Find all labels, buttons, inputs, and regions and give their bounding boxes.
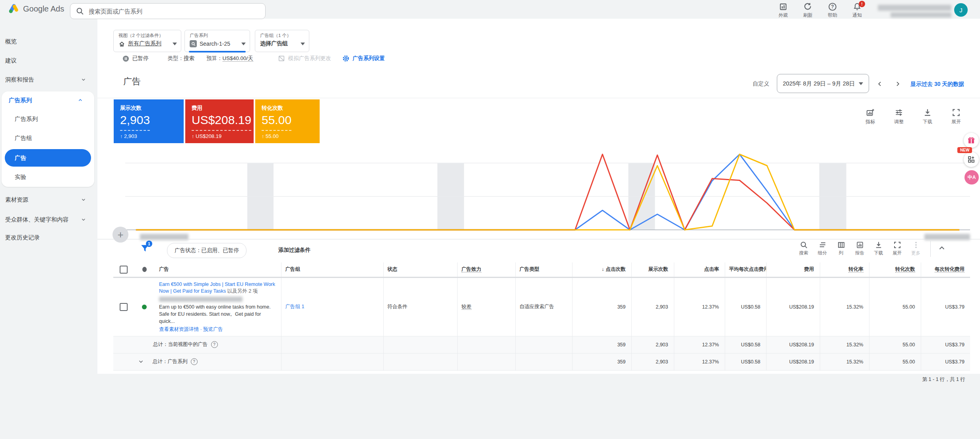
select-all-checkbox[interactable]: [120, 266, 128, 274]
campaign-filter-dropdown[interactable]: 广告系列 Search-1-25: [184, 30, 250, 52]
google-ads-logo[interactable]: Google Ads: [9, 4, 64, 14]
col-status[interactable]: 状态: [383, 262, 457, 277]
performance-chart[interactable]: [125, 146, 970, 233]
ad-status-filter-chip[interactable]: 广告状态：已启用、已暂停: [167, 243, 246, 258]
table-search-button[interactable]: 搜索: [794, 241, 813, 256]
notifications-button[interactable]: 通知 !: [848, 2, 867, 19]
col-avg-cpc[interactable]: 平均每次点击费用: [725, 262, 766, 277]
campaign-budget[interactable]: 预算：US$40.00/天: [206, 55, 253, 62]
col-ad-group[interactable]: 广告组: [281, 262, 383, 277]
scorecard-impressions[interactable]: 展示次数 2,903 ↑ 2,903: [114, 99, 184, 143]
table-expand-button[interactable]: 展开: [888, 241, 906, 256]
row-checkbox-cell[interactable]: [113, 277, 135, 336]
row-status-dot-cell: [135, 277, 155, 336]
chevron-down-icon: [81, 77, 86, 82]
col-ctr[interactable]: 点击率: [674, 262, 725, 277]
search-campaign-icon: [190, 40, 197, 47]
enabled-status-icon: [142, 305, 147, 309]
sidebar-item-insights-reports[interactable]: 洞察和报告: [0, 74, 97, 85]
gift-icon: [967, 136, 975, 144]
more-vertical-icon: [912, 241, 920, 249]
refresh-button[interactable]: 刷新: [798, 2, 817, 19]
ad-detail-links[interactable]: 查看素材资源详情 · 预览广告: [159, 326, 276, 333]
segment-button[interactable]: 细分: [813, 241, 832, 256]
ad-group-cell[interactable]: 广告组 1: [281, 277, 383, 336]
campaign-status[interactable]: 已暂停: [122, 55, 149, 62]
view-filter-dropdown[interactable]: 视图（2 个过滤条件） 所有广告系列: [113, 30, 181, 52]
download-button[interactable]: 下载: [916, 108, 939, 125]
reports-button[interactable]: 报告: [850, 241, 869, 256]
help-button[interactable]: ? 帮助: [823, 2, 842, 19]
ad-description: Earn up to €500 with easy online tasks f…: [159, 303, 276, 325]
user-avatar[interactable]: J: [954, 3, 968, 17]
search-input[interactable]: [88, 8, 260, 15]
sidebar-item-recommendations[interactable]: 建议: [0, 55, 97, 66]
appearance-button[interactable]: 外观: [774, 2, 793, 19]
table-download-button[interactable]: 下载: [869, 241, 888, 256]
totals-cost-per-conv: US$3.79: [921, 353, 970, 370]
filter-funnel-button[interactable]: 1: [140, 243, 150, 255]
totals-conversions: 55.00: [869, 353, 921, 370]
sidebar-item-overview[interactable]: 概览: [0, 36, 97, 47]
row-checkbox[interactable]: [120, 303, 128, 311]
scorecard-conversions[interactable]: 转化次数 55.00 ↑ 55.00: [255, 99, 320, 143]
date-range-picker[interactable]: 2025年 8月 29日 – 9月 28日: [777, 74, 869, 93]
col-impressions[interactable]: 展示次数: [631, 262, 674, 277]
col-ad[interactable]: 广告: [155, 262, 281, 277]
chevron-down-icon[interactable]: [138, 359, 144, 365]
collapse-table-button[interactable]: [936, 241, 948, 252]
show-last-30-days-link[interactable]: 显示过去 30 天的数据: [910, 81, 964, 88]
expand-button[interactable]: 展开: [945, 108, 968, 125]
columns-button[interactable]: 列: [832, 241, 850, 256]
campaign-settings-button[interactable]: 广告系列设置: [342, 55, 385, 62]
extension-widget-button[interactable]: [964, 152, 979, 167]
sidebar-item-ad-groups[interactable]: 广告组: [2, 132, 94, 144]
adgroup-filter-dropdown[interactable]: 广告组（1 个） 选择广告组: [255, 30, 309, 52]
gift-widget-button[interactable]: [964, 133, 979, 148]
campaigns-nav-card: 广告系列 广告系列 广告组 广告 实验: [2, 91, 94, 187]
sidebar-item-experiments[interactable]: 实验: [2, 171, 94, 183]
sidebar-item-audiences-keywords-content[interactable]: 受众群体、关键字和内容: [0, 214, 97, 225]
adjust-button[interactable]: 调整: [887, 108, 910, 125]
notifications-label: 通知: [852, 12, 862, 19]
account-name-redacted: [878, 5, 951, 11]
date-prev-button[interactable]: [874, 78, 886, 90]
ad-more-count: 以及另外 2 项: [227, 288, 258, 294]
segment-icon: [819, 241, 827, 249]
help-circle-icon[interactable]: ?: [191, 358, 198, 365]
sidebar-item-ads-selected[interactable]: 广告: [5, 149, 91, 167]
paused-icon: [122, 55, 129, 62]
col-conv-rate[interactable]: 转化率: [820, 262, 869, 277]
plus-button[interactable]: +: [113, 227, 128, 243]
sidebar-item-campaigns-group[interactable]: 广告系列: [2, 95, 94, 106]
metrics-button[interactable]: 指标: [859, 108, 882, 125]
add-filter-button[interactable]: 添加过滤条件: [278, 247, 310, 254]
toolbar-divider: [930, 241, 931, 257]
totals-campaign-row: 总计：广告系列 ? 359 2,903 12.37% US$0.58 US$20…: [113, 353, 970, 370]
totals-ctr: 12.37%: [674, 336, 725, 353]
new-badge: NEW: [957, 147, 972, 153]
translate-icon: 中A: [968, 174, 976, 181]
sidebar-item-campaigns[interactable]: 广告系列: [2, 113, 94, 124]
col-ad-type[interactable]: 广告类型: [515, 262, 572, 277]
sidebar-item-change-history[interactable]: 更改历史记录: [0, 232, 97, 243]
totals-clicks: 359: [572, 336, 631, 353]
col-cost[interactable]: 费用: [766, 262, 820, 277]
col-conversions[interactable]: 转化次数: [869, 262, 921, 277]
col-cost-per-conv[interactable]: 每次转化费用: [921, 262, 970, 277]
sidebar-item-assets[interactable]: 素材资源: [0, 194, 97, 205]
sliders-icon: [895, 108, 903, 117]
translate-widget-button[interactable]: 中A: [964, 170, 979, 185]
select-all-checkbox-cell[interactable]: [113, 262, 135, 277]
col-ad-strength[interactable]: 广告效力: [457, 262, 515, 277]
scorecard-cost[interactable]: 费用 US$208.19 ↑ US$208.19: [185, 99, 254, 143]
caret-down-icon: [241, 43, 246, 45]
impressions-cell: 2,903: [631, 277, 674, 336]
global-search[interactable]: [70, 3, 266, 19]
help-circle-icon[interactable]: ?: [211, 341, 218, 348]
date-next-button[interactable]: [892, 78, 904, 90]
ad-headline-link[interactable]: Earn €500 with Simple Jobs | Start EU Re…: [159, 281, 276, 295]
conv-rate-cell: 15.32%: [820, 277, 869, 336]
col-clicks-sorted[interactable]: ↓点击次数: [572, 262, 631, 277]
totals-cost: US$208.19: [766, 353, 820, 370]
